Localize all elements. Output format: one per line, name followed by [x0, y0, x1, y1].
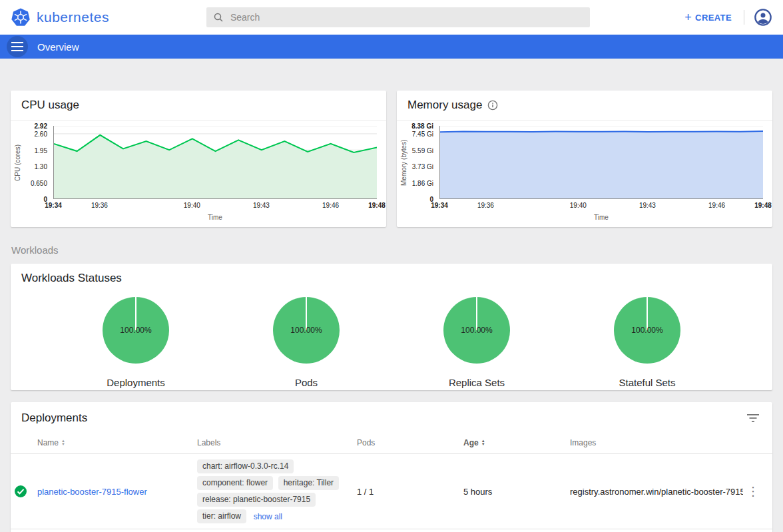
actions-cell: ⋮: [743, 484, 772, 499]
cpu-plot-area: [53, 126, 377, 199]
column-labels: Labels: [197, 438, 357, 447]
kubernetes-logo-icon: [11, 8, 31, 27]
workloads-statuses-header: Workloads Statuses: [11, 264, 772, 293]
row-menu-button[interactable]: ⋮: [743, 484, 763, 499]
cpu-usage-header: CPU usage: [11, 91, 386, 121]
column-labels-label: Labels: [197, 438, 220, 447]
cpu-x-axis-label: Time: [53, 214, 377, 221]
memory-info-button[interactable]: [487, 100, 498, 111]
header-actions: + CREATE: [682, 8, 772, 27]
column-name-label: Name: [37, 438, 59, 447]
column-images: Images: [570, 438, 743, 447]
workloads-statuses-title: Workloads Statuses: [21, 272, 122, 285]
stateful-sets-pie-label: Stateful Sets: [577, 377, 717, 388]
app-toolbar: Overview: [0, 35, 783, 59]
header-divider: [744, 10, 744, 25]
main-content: CPU usage CPU (cores) 00.6501.301.952.60…: [0, 59, 783, 532]
status-pie-replica-sets[interactable]: 100.00% Replica Sets: [407, 297, 547, 388]
sort-arrows-icon: ▲▼: [61, 439, 65, 446]
pods-pie-value: 100.00%: [290, 326, 322, 335]
status-pies-row: 100.00% Deployments 100.00% Pods 100.00%…: [11, 293, 772, 388]
sort-arrows-icon: ▲▼: [481, 439, 485, 446]
replica-sets-pie-label: Replica Sets: [407, 377, 547, 388]
table-header-row: Name ▲▼ Labels Pods Age ▲▼ Images: [11, 431, 772, 454]
search-bar[interactable]: [206, 7, 590, 27]
status-pie-stateful-sets[interactable]: 100.00% Stateful Sets: [577, 297, 717, 388]
deployment-name-link[interactable]: planetic-booster-7915-flower: [37, 487, 147, 497]
stateful-sets-pie-chart: 100.00%: [614, 297, 680, 364]
deployments-title: Deployments: [21, 411, 87, 425]
memory-usage-card: Memory usage Memory (bytes) 01.86 Gi3.73…: [397, 91, 772, 227]
page-title: Overview: [37, 41, 79, 53]
label-chip: chart: airflow-0.3.0-rc.14: [197, 459, 294, 473]
table-row[interactable]: planetic-booster-7915-flower chart: airf…: [11, 454, 772, 529]
status-pie-pods[interactable]: 100.00% Pods: [236, 297, 376, 388]
deployments-card-header: Deployments: [11, 402, 772, 431]
memory-y-ticks: 01.86 Gi3.73 Gi5.59 Gi7.45 Gi8.38 Gi: [397, 126, 437, 199]
account-button[interactable]: [754, 8, 772, 27]
cpu-usage-chart: CPU (cores) 00.6501.301.952.602.92 19:34…: [11, 121, 386, 224]
menu-button[interactable]: [7, 36, 28, 57]
name-cell: planetic-booster-7915-flower: [37, 487, 197, 497]
deployments-pie-label: Deployments: [66, 377, 206, 388]
replica-sets-pie-value: 100.00%: [461, 326, 492, 335]
pods-pie-chart: 100.00%: [273, 297, 340, 364]
memory-plot-area: [439, 126, 763, 199]
status-cell: [11, 485, 37, 498]
images-cell: registry.astronomer.win/planetic-booster…: [570, 487, 743, 497]
deployments-pie-chart: 100.00%: [103, 297, 169, 364]
labels-cell: chart: airflow-0.3.0-rc.14 component: fl…: [197, 454, 357, 529]
status-pie-deployments[interactable]: 100.00% Deployments: [66, 297, 206, 388]
info-icon: [487, 100, 498, 111]
kubernetes-brand[interactable]: kubernetes: [11, 8, 109, 27]
workloads-statuses-card: Workloads Statuses 100.00% Deployments 1…: [11, 264, 772, 390]
column-age[interactable]: Age ▲▼: [463, 438, 570, 447]
brand-name: kubernetes: [37, 9, 109, 25]
label-chip: tier: airflow: [197, 509, 246, 523]
label-chip: heritage: Tiller: [278, 476, 339, 490]
filter-icon: [747, 414, 759, 422]
table-row[interactable]: chart: airflow-0.3.0-rc.14: [11, 529, 772, 532]
column-pods-label: Pods: [357, 438, 375, 447]
memory-usage-header: Memory usage: [397, 91, 772, 121]
cpu-usage-title: CPU usage: [21, 99, 79, 112]
memory-usage-title: Memory usage: [407, 99, 482, 112]
label-chip: release: planetic-booster-7915: [197, 493, 316, 507]
column-age-label: Age: [463, 438, 479, 447]
workloads-section-label: Workloads: [11, 244, 772, 256]
deployments-card: Deployments Name ▲▼ Labels Pods: [11, 402, 772, 532]
labels-cell: chart: airflow-0.3.0-rc.14: [197, 529, 357, 532]
filter-button[interactable]: [744, 411, 762, 425]
replica-sets-pie-chart: 100.00%: [443, 297, 510, 364]
pods-pie-label: Pods: [236, 377, 376, 388]
search-icon: [213, 12, 224, 23]
cpu-x-ticks: 19:3419:3619:4019:4319:4619:48: [53, 202, 377, 210]
hamburger-icon: [11, 42, 23, 51]
stateful-sets-pie-value: 100.00%: [631, 326, 662, 335]
column-name[interactable]: Name ▲▼: [37, 438, 197, 447]
deployments-pie-value: 100.00%: [120, 326, 151, 335]
age-cell: 5 hours: [463, 487, 570, 497]
column-images-label: Images: [570, 438, 596, 447]
usage-charts-row: CPU usage CPU (cores) 00.6501.301.952.60…: [11, 91, 772, 227]
account-icon: [754, 8, 772, 27]
show-all-link[interactable]: show all: [254, 512, 282, 521]
create-label: CREATE: [695, 13, 732, 23]
search-input[interactable]: [229, 11, 583, 23]
label-chip: component: flower: [197, 476, 273, 490]
memory-x-ticks: 19:3419:3619:4019:4319:4619:48: [439, 202, 763, 210]
memory-x-axis-label: Time: [439, 214, 763, 221]
cpu-usage-card: CPU usage CPU (cores) 00.6501.301.952.60…: [11, 91, 386, 227]
column-pods: Pods: [357, 438, 463, 447]
top-header: kubernetes + CREATE: [0, 0, 783, 35]
plus-icon: +: [684, 13, 692, 22]
status-ok-icon: [14, 485, 27, 498]
cpu-y-ticks: 00.6501.301.952.602.92: [11, 126, 51, 199]
create-button[interactable]: + CREATE: [682, 9, 734, 27]
memory-usage-chart: Memory (bytes) 01.86 Gi3.73 Gi5.59 Gi7.4…: [397, 121, 772, 224]
pods-cell: 1 / 1: [357, 487, 463, 497]
